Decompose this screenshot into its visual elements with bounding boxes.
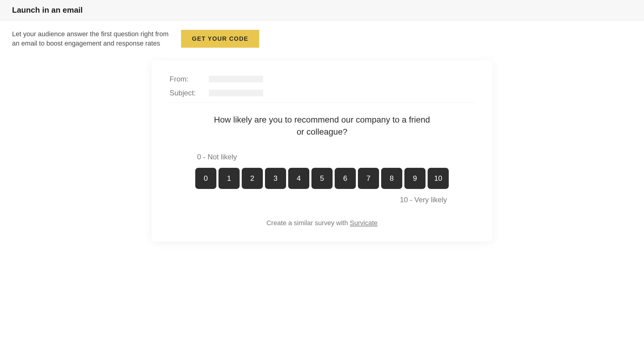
scale-button-1[interactable]: 1 — [218, 168, 240, 189]
subject-label: Subject: — [170, 89, 209, 97]
survey-question: How likely are you to recommend our comp… — [213, 114, 431, 138]
subject-row: Subject: — [170, 89, 474, 97]
email-preview-card: From: Subject: How likely are you to rec… — [151, 60, 493, 241]
meta-divider — [170, 103, 474, 103]
preview-footer: Create a similar survey with Survicate — [170, 219, 474, 227]
scale-button-5[interactable]: 5 — [311, 168, 333, 189]
from-label: From: — [170, 75, 209, 83]
scale-button-6[interactable]: 6 — [335, 168, 356, 189]
scale-button-4[interactable]: 4 — [288, 168, 309, 189]
scale-button-9[interactable]: 9 — [404, 168, 426, 189]
survicate-link[interactable]: Survicate — [350, 219, 378, 227]
from-row: From: — [170, 75, 474, 83]
scale-button-3[interactable]: 3 — [265, 168, 286, 189]
scale-low-label: 0 - Not likely — [195, 153, 449, 161]
scale-button-10[interactable]: 10 — [428, 168, 449, 189]
from-value-placeholder — [209, 76, 263, 82]
intro-description: Let your audience answer the first quest… — [12, 30, 169, 48]
scale-high-label: 10 - Very likely — [195, 196, 449, 204]
get-your-code-button[interactable]: GET YOUR CODE — [181, 30, 259, 48]
scale-buttons-row: 0 1 2 3 4 5 6 7 8 9 10 — [195, 168, 449, 189]
scale-button-7[interactable]: 7 — [358, 168, 379, 189]
page-header: Launch in an email — [0, 0, 644, 21]
scale-button-8[interactable]: 8 — [381, 168, 402, 189]
page-title: Launch in an email — [12, 5, 632, 15]
scale-button-0[interactable]: 0 — [195, 168, 216, 189]
nps-scale: 0 - Not likely 0 1 2 3 4 5 6 7 8 9 10 10… — [195, 153, 449, 204]
footer-text: Create a similar survey with — [266, 219, 350, 227]
intro-section: Let your audience answer the first quest… — [0, 21, 644, 60]
subject-value-placeholder — [209, 90, 263, 96]
scale-button-2[interactable]: 2 — [242, 168, 263, 189]
